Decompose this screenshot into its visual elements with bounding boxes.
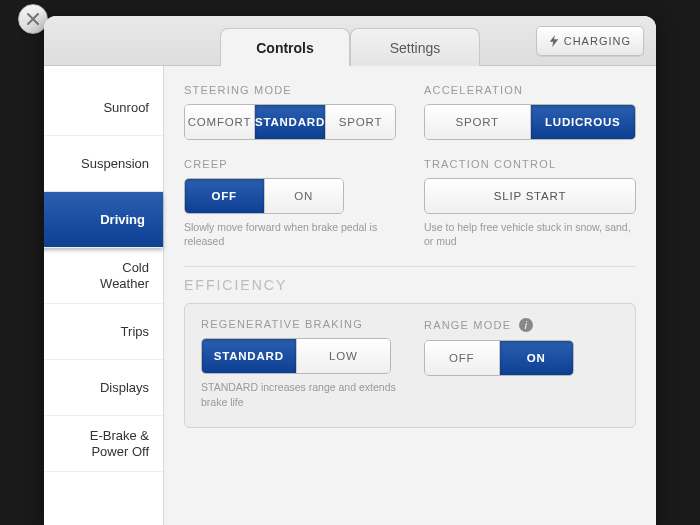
- hint-creep: Slowly move forward when brake pedal is …: [184, 220, 396, 248]
- sidebar-item-driving[interactable]: Driving: [44, 192, 163, 248]
- group-acceleration: ACCELERATION SPORT LUDICROUS: [424, 84, 636, 140]
- label-range-mode: RANGE MODE i: [424, 318, 619, 332]
- sidebar-item-label: Displays: [100, 380, 149, 396]
- charging-button[interactable]: CHARGING: [536, 26, 644, 56]
- section-efficiency-title: EFFICIENCY: [184, 277, 636, 293]
- group-range-mode: RANGE MODE i OFF ON: [424, 318, 619, 408]
- sidebar-item-trips[interactable]: Trips: [44, 304, 163, 360]
- acceleration-sport[interactable]: SPORT: [425, 105, 530, 139]
- sidebar-item-cold-weather[interactable]: Cold Weather: [44, 248, 163, 304]
- settings-panel: Controls Settings CHARGING Sunroof Suspe…: [44, 16, 656, 525]
- range-off[interactable]: OFF: [425, 341, 499, 375]
- hint-regen: STANDARD increases range and extends bra…: [201, 380, 396, 408]
- creep-on[interactable]: ON: [264, 179, 344, 213]
- close-icon: [26, 12, 40, 26]
- group-traction: TRACTION CONTROL SLIP START Use to help …: [424, 158, 636, 248]
- label-creep: CREEP: [184, 158, 396, 170]
- sidebar-item-label: E-Brake & Power Off: [90, 428, 149, 459]
- label-steering: STEERING MODE: [184, 84, 396, 96]
- bolt-icon: [549, 35, 559, 47]
- creep-off[interactable]: OFF: [185, 179, 264, 213]
- sidebar-item-label: Suspension: [81, 156, 149, 172]
- sidebar-item-ebrake[interactable]: E-Brake & Power Off: [44, 416, 163, 472]
- tab-settings[interactable]: Settings: [350, 28, 480, 66]
- sidebar-item-sunroof[interactable]: Sunroof: [44, 80, 163, 136]
- slip-start-button[interactable]: SLIP START: [424, 178, 636, 214]
- seg-regen: STANDARD LOW: [201, 338, 391, 374]
- sidebar-item-label: Sunroof: [103, 100, 149, 116]
- seg-acceleration: SPORT LUDICROUS: [424, 104, 636, 140]
- sidebar-item-label: Cold Weather: [100, 260, 149, 291]
- group-regen: REGENERATIVE BRAKING STANDARD LOW STANDA…: [201, 318, 396, 408]
- steering-sport[interactable]: SPORT: [325, 105, 395, 139]
- group-steering: STEERING MODE COMFORT STANDARD SPORT: [184, 84, 396, 140]
- top-tab-bar: Controls Settings CHARGING: [44, 16, 656, 66]
- steering-standard[interactable]: STANDARD: [254, 105, 325, 139]
- tab-controls[interactable]: Controls: [220, 28, 350, 66]
- efficiency-box: REGENERATIVE BRAKING STANDARD LOW STANDA…: [184, 303, 636, 427]
- group-creep: CREEP OFF ON Slowly move forward when br…: [184, 158, 396, 248]
- regen-low[interactable]: LOW: [296, 339, 391, 373]
- label-regen: REGENERATIVE BRAKING: [201, 318, 396, 330]
- sidebar-item-label: Trips: [121, 324, 149, 340]
- sidebar: Sunroof Suspension Driving Cold Weather …: [44, 66, 164, 525]
- sidebar-item-suspension[interactable]: Suspension: [44, 136, 163, 192]
- content-driving: STEERING MODE COMFORT STANDARD SPORT ACC…: [164, 66, 656, 525]
- charging-button-label: CHARGING: [564, 35, 631, 47]
- label-acceleration: ACCELERATION: [424, 84, 636, 96]
- seg-steering: COMFORT STANDARD SPORT: [184, 104, 396, 140]
- hint-traction: Use to help free vehicle stuck in snow, …: [424, 220, 636, 248]
- divider: [184, 266, 636, 267]
- acceleration-ludicrous[interactable]: LUDICROUS: [530, 105, 636, 139]
- seg-range-mode: OFF ON: [424, 340, 574, 376]
- range-on[interactable]: ON: [499, 341, 574, 375]
- sidebar-item-label: Driving: [100, 212, 145, 228]
- info-icon[interactable]: i: [519, 318, 533, 332]
- regen-standard[interactable]: STANDARD: [202, 339, 296, 373]
- steering-comfort[interactable]: COMFORT: [185, 105, 254, 139]
- label-traction: TRACTION CONTROL: [424, 158, 636, 170]
- label-range-mode-text: RANGE MODE: [424, 319, 511, 331]
- panel-body: Sunroof Suspension Driving Cold Weather …: [44, 66, 656, 525]
- sidebar-item-displays[interactable]: Displays: [44, 360, 163, 416]
- seg-creep: OFF ON: [184, 178, 344, 214]
